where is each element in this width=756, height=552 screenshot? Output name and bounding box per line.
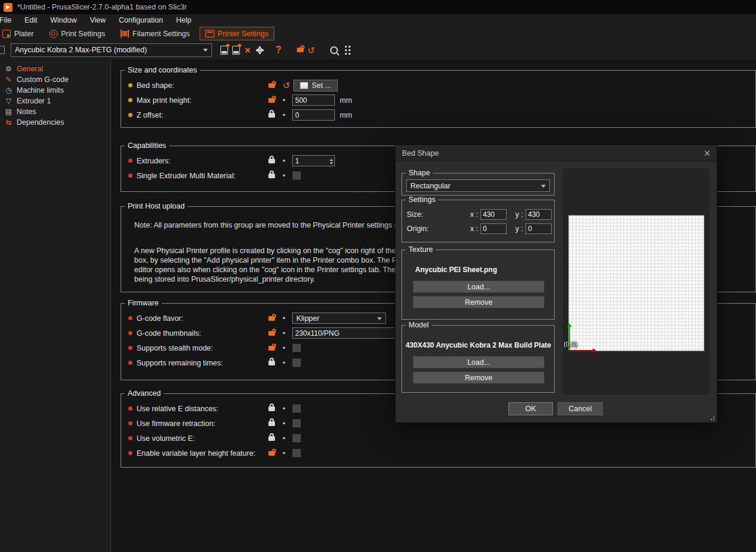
close-icon[interactable]: × (704, 148, 710, 159)
lock-open-icon[interactable] (268, 331, 275, 336)
print-settings-icon (49, 30, 58, 38)
max-print-height-input[interactable] (292, 94, 335, 106)
revert-dot: • (283, 329, 292, 337)
lock-open-icon[interactable] (268, 346, 275, 351)
origin-row: Origin: x : y : (402, 222, 554, 236)
dialog-titlebar[interactable]: Bed Shape × (396, 145, 717, 162)
tab-filament-settings[interactable]: Filament Settings (115, 27, 196, 40)
setting-label: Max print height: (137, 96, 191, 105)
compare-presets-icon[interactable] (345, 49, 347, 51)
sidebar-item-notes[interactable]: ▤ Notes (0, 106, 110, 117)
sidebar-item-dependencies[interactable]: ⇆ Dependencies (0, 117, 110, 128)
search-icon[interactable] (330, 46, 338, 54)
model-remove-button[interactable]: Remove (413, 371, 545, 384)
lock-closed-icon[interactable] (268, 436, 275, 441)
dependencies-icon: ⇆ (4, 118, 13, 127)
lock-closed-icon[interactable] (268, 113, 275, 118)
group-size-and-coordinates: Size and coordinates Bed shape: ↺ Set ..… (121, 70, 756, 128)
firmware-retraction-checkbox[interactable] (292, 419, 301, 428)
sidebar-item-machine-limits[interactable]: ◷ Machine limits (0, 85, 110, 96)
spinner-arrows[interactable] (330, 157, 333, 166)
system-dot (128, 436, 132, 440)
semm-checkbox[interactable] (292, 171, 301, 180)
tab-plater[interactable]: Plater (0, 27, 40, 40)
sidebar-item-extruder-1[interactable]: ▽ Extruder 1 (0, 96, 110, 106)
system-dot (128, 406, 132, 411)
lock-open-icon[interactable] (268, 98, 275, 103)
system-dot (128, 421, 132, 425)
spin-down-icon[interactable] (330, 162, 333, 166)
setting-label: Bed shape: (137, 81, 174, 90)
setting-row-z-offset: Z offset: • mm (121, 108, 755, 122)
lock-open-icon[interactable] (297, 48, 303, 52)
origin-x-input[interactable] (480, 223, 507, 234)
texture-remove-button[interactable]: Remove (413, 296, 545, 308)
cancel-button[interactable]: Cancel (558, 402, 603, 415)
undo-icon[interactable]: ↺ (283, 81, 293, 90)
edit-preset-icon[interactable] (232, 46, 240, 55)
setting-label: Supports stealth mode: (137, 344, 213, 352)
menu-view[interactable]: View (83, 14, 112, 27)
lock-closed-icon[interactable] (268, 421, 275, 426)
model-load-button[interactable]: Load... (413, 356, 545, 368)
save-preset-icon[interactable] (220, 46, 228, 55)
lock-closed-icon[interactable] (268, 174, 275, 178)
sidebar-item-custom-gcode[interactable]: ✎ Custom G-code (0, 74, 110, 85)
ok-button[interactable]: OK (508, 402, 553, 415)
gcode-thumbnails-input[interactable] (292, 327, 396, 339)
menubar: File Edit Window View Configuration Help (0, 14, 756, 27)
texture-load-button[interactable]: Load... (413, 280, 545, 293)
physical-printer-cog-icon[interactable] (256, 46, 264, 54)
gcode-flavor-combo[interactable]: Klipper (292, 313, 386, 324)
printer-preset-combo[interactable]: Anycubic Kobra 2 Max-PETG (modified) (11, 43, 212, 57)
print-host-note: A new Physical Printer profile is create… (134, 246, 410, 284)
menu-configuration[interactable]: Configuration (112, 14, 169, 27)
volumetric-e-checkbox[interactable] (292, 434, 301, 443)
shape-combo[interactable]: Rectangular (406, 179, 550, 192)
lock-closed-icon[interactable] (268, 406, 275, 411)
menu-edit[interactable]: Edit (18, 14, 44, 27)
bed-shape-set-button[interactable]: Set ... (293, 80, 338, 92)
origin-y-input[interactable] (526, 223, 552, 234)
tab-print-settings[interactable]: Print Settings (43, 27, 111, 40)
sidebar-item-general[interactable]: ⚙ General (0, 64, 110, 74)
resize-grip[interactable] (713, 419, 714, 420)
bed-preview-canvas[interactable]: (0,0) (562, 168, 710, 396)
modified-dot (128, 113, 132, 117)
menu-help[interactable]: Help (169, 14, 198, 27)
lock-open-icon[interactable] (268, 83, 275, 88)
revert-dot: • (283, 404, 292, 413)
variable-layer-height-checkbox[interactable] (292, 449, 301, 458)
setting-label: G-code flavor: (137, 314, 184, 323)
remaining-times-checkbox[interactable] (292, 358, 301, 367)
setting-label: G-code thumbnails: (137, 329, 201, 337)
revert-dot: • (283, 96, 292, 105)
lock-closed-icon[interactable] (268, 361, 275, 365)
lock-open-icon[interactable] (268, 316, 275, 321)
group-title: Size and coordinates (125, 66, 200, 74)
undo-icon[interactable]: ↺ (308, 46, 315, 55)
size-x-input[interactable] (480, 209, 507, 220)
print-host-note: Note: All parameters from this group are… (134, 221, 409, 229)
spin-up-icon[interactable] (330, 157, 333, 161)
menu-file[interactable]: File (0, 14, 18, 27)
help-icon[interactable]: ? (276, 45, 281, 55)
relative-e-checkbox[interactable] (292, 404, 301, 413)
group-title: Settings (406, 195, 438, 204)
tabbar: Plater Print Settings Filament Settings … (0, 27, 756, 40)
menu-window[interactable]: Window (44, 14, 83, 27)
system-dot (128, 346, 132, 350)
modified-dot (128, 83, 132, 87)
stealth-mode-checkbox[interactable] (292, 343, 301, 352)
delete-preset-icon[interactable]: × (245, 45, 251, 55)
notes-icon: ▤ (4, 108, 13, 116)
lock-closed-icon[interactable] (268, 159, 275, 163)
size-y-input[interactable] (526, 209, 552, 220)
note-line: being stored into PrusaSlicer/physical_p… (134, 275, 410, 284)
revert-dot: • (283, 343, 292, 352)
printer-preset-value: Anycubic Kobra 2 Max-PETG (modified) (15, 46, 147, 54)
lock-open-icon[interactable] (268, 451, 275, 456)
tab-printer-settings[interactable]: Printer Settings (200, 27, 274, 40)
extruders-spinner[interactable] (292, 155, 335, 166)
z-offset-input[interactable] (292, 109, 335, 121)
